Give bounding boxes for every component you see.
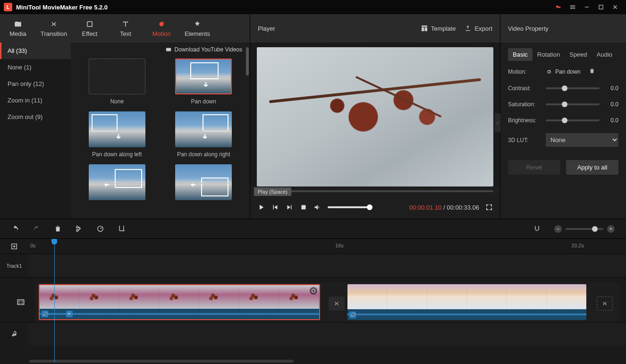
prop-tab-speed[interactable]: Speed [565, 48, 592, 61]
video-clip-1[interactable]: 🔊 ✂ [39, 284, 320, 320]
motion-preset[interactable]: None [78, 59, 156, 105]
libtab-media[interactable]: Media [0, 14, 36, 42]
properties-title: Video Property [500, 14, 626, 42]
library-panel: MediaTransitionEffectTextMotionElements … [0, 14, 250, 219]
clip-motion-badge [310, 287, 317, 295]
collapse-panel-button[interactable]: › [495, 113, 500, 132]
libtab-transition[interactable]: Transition [36, 14, 72, 42]
volume-slider[interactable] [328, 206, 372, 208]
time-ruler[interactable]: 0s 18s 33.2s [28, 239, 626, 254]
download-youtube-link[interactable]: Download YouTube Videos [71, 42, 250, 57]
libtab-effect[interactable]: Effect [72, 14, 108, 42]
transition-slot-2[interactable] [597, 296, 613, 311]
prev-frame-button[interactable] [271, 203, 279, 212]
lut-row: 3D LUT: None [500, 128, 626, 152]
motion-preset[interactable] [78, 164, 156, 204]
slider-row: Saturation:0.0 [500, 96, 626, 112]
zoom-in-button[interactable]: + [607, 225, 615, 233]
category-list: All (33)None (1)Pan only (12)Zoom in (11… [0, 42, 71, 219]
delete-clip-button[interactable] [54, 225, 62, 233]
track-header-row: Track1 [0, 254, 626, 277]
zoom-control: − + [554, 225, 615, 233]
export-button[interactable]: Export [464, 25, 492, 32]
motion-preset[interactable]: Pan down along left [78, 111, 156, 158]
minimize-button[interactable] [580, 0, 594, 14]
close-button[interactable] [608, 0, 622, 14]
clip-audio-icon: 🔊 [42, 311, 48, 317]
title-bar: L MiniTool MovieMaker Free 5.2.0 [0, 0, 626, 14]
track-label: Track1 [0, 254, 28, 277]
library-scrollbar[interactable] [246, 47, 249, 76]
slider[interactable] [546, 103, 600, 105]
app-logo-icon: L [4, 3, 12, 11]
next-frame-button[interactable] [285, 203, 294, 212]
timeline-scrollbar[interactable] [0, 358, 626, 364]
video-preview[interactable] [250, 42, 500, 186]
menu-icon[interactable] [566, 0, 580, 14]
video-track-icon [7, 282, 35, 322]
apply-all-button[interactable]: Apply to all [566, 160, 618, 175]
undo-button[interactable] [11, 225, 19, 233]
motion-value: Pan down [546, 68, 580, 75]
stop-button[interactable] [299, 203, 308, 212]
fullscreen-button[interactable] [485, 203, 493, 212]
audio-track-icon [0, 322, 28, 346]
prop-tab-audio[interactable]: Audio [592, 48, 617, 61]
properties-panel: › Video Property BasicRotationSpeedAudio… [500, 14, 626, 219]
player-panel: Player Template Export Play (Space) [250, 14, 500, 219]
template-button[interactable]: Template [421, 25, 456, 32]
play-button[interactable] [257, 203, 265, 212]
timecode: 00:00:01.10 / 00:00:33.06 [409, 204, 479, 211]
motion-grid: NonePan downPan down along leftPan down … [71, 57, 250, 219]
split-button[interactable] [75, 225, 83, 233]
category-item[interactable]: Zoom in (11) [0, 92, 71, 109]
redo-button[interactable] [33, 225, 41, 233]
libtab-motion[interactable]: Motion [144, 14, 179, 42]
motion-preset[interactable] [165, 164, 243, 204]
video-clip-2[interactable]: 🔊 [347, 284, 586, 320]
add-track-button[interactable] [0, 239, 28, 254]
speed-button[interactable] [96, 225, 104, 233]
category-item[interactable]: All (33) [0, 42, 71, 59]
transition-slot-1[interactable] [329, 296, 345, 311]
prop-tab-rotation[interactable]: Rotation [533, 48, 565, 61]
slider-row: Brightness:0.0 [500, 112, 626, 128]
play-tooltip: Play (Space) [254, 187, 291, 196]
reset-button[interactable]: Reset [508, 160, 560, 175]
slider-row: Contrast:0.0 [500, 80, 626, 96]
category-item[interactable]: Zoom out (9) [0, 109, 71, 125]
zoom-out-button[interactable]: − [554, 225, 562, 233]
slider[interactable] [546, 119, 600, 121]
maximize-button[interactable] [594, 0, 608, 14]
svg-rect-12 [17, 300, 24, 305]
svg-rect-6 [166, 48, 171, 51]
libtab-elements[interactable]: Elements [179, 14, 215, 42]
library-tabs: MediaTransitionEffectTextMotionElements [0, 14, 250, 42]
svg-point-4 [160, 22, 164, 26]
playhead[interactable] [54, 239, 55, 362]
timeline-panel: − + 0s 18s 33.2s Track1 🔊 ✂ [0, 219, 626, 364]
svg-rect-3 [87, 21, 93, 26]
audio-track [0, 322, 626, 346]
motion-preset[interactable]: Pan down along right [165, 111, 243, 158]
app-title: MiniTool MovieMaker Free 5.2.0 [16, 4, 108, 11]
svg-point-9 [550, 70, 550, 71]
lut-select[interactable]: None [546, 133, 618, 147]
motion-row: Motion: Pan down [500, 63, 626, 80]
volume-icon[interactable] [313, 203, 322, 212]
prop-tab-basic[interactable]: Basic [508, 48, 533, 61]
slider[interactable] [546, 87, 600, 89]
clip-split-badge: ✂ [66, 311, 73, 317]
key-icon[interactable] [551, 0, 566, 14]
crop-button[interactable] [118, 225, 126, 233]
category-item[interactable]: Pan only (12) [0, 76, 71, 92]
motion-preset[interactable]: Pan down [165, 59, 243, 105]
svg-rect-1 [599, 5, 603, 9]
zoom-slider[interactable] [566, 228, 603, 230]
delete-motion-button[interactable] [589, 68, 595, 76]
libtab-text[interactable]: Text [108, 14, 144, 42]
snap-icon[interactable] [533, 225, 541, 233]
category-item[interactable]: None (1) [0, 59, 71, 76]
clip-audio-icon: 🔊 [349, 312, 356, 318]
property-tabs: BasicRotationSpeedAudio [500, 42, 626, 63]
